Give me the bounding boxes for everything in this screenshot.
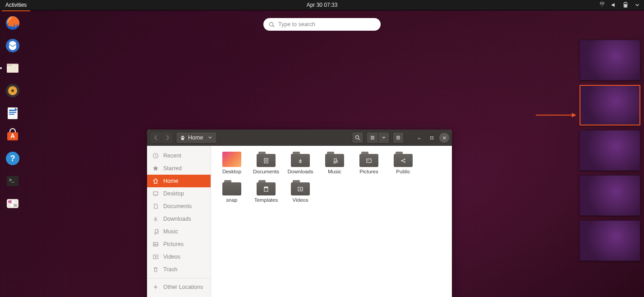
svg-rect-30 (430, 136, 433, 139)
search-button[interactable] (352, 132, 363, 144)
dock-thunderbird[interactable] (5, 37, 21, 54)
nav-forward-button[interactable] (161, 132, 173, 144)
sidebar-trash[interactable]: Trash (147, 263, 211, 276)
workspace-2[interactable] (580, 85, 640, 125)
path-bar[interactable]: Home (176, 132, 217, 144)
folder-icon (359, 152, 378, 167)
folder-label: Downloads (288, 169, 313, 174)
dock-settings[interactable] (5, 195, 21, 212)
search-input[interactable] (278, 21, 375, 28)
svg-point-27 (10, 204, 14, 207)
sidebar-pictures[interactable]: Pictures (147, 238, 211, 251)
volume-icon (611, 2, 617, 8)
dock-files[interactable] (5, 60, 21, 76)
svg-rect-3 (624, 4, 626, 7)
folder-public[interactable]: Public (386, 150, 420, 178)
nav-back-button[interactable] (150, 132, 161, 144)
dock-firefox[interactable] (5, 15, 21, 31)
panel-clock[interactable]: Apr 30 07:33 (307, 2, 338, 8)
sidebar-videos[interactable]: Videos (147, 251, 211, 263)
sidebar-music[interactable]: Music (147, 225, 211, 238)
folder-icon (257, 180, 276, 195)
dock-rhythmbox[interactable] (5, 83, 21, 99)
window-minimize-button[interactable] (414, 133, 424, 143)
svg-point-4 (270, 22, 273, 26)
sidebar-home[interactable]: Home (147, 175, 211, 187)
window-close-button[interactable] (439, 133, 449, 143)
path-label: Home (188, 135, 203, 141)
svg-rect-32 (153, 192, 158, 195)
folder-label: snap (226, 197, 238, 203)
workspace-4[interactable] (580, 175, 640, 216)
folder-label: Templates (254, 197, 278, 203)
folder-icon (222, 180, 241, 195)
dock-terminal[interactable]: >_ (5, 173, 21, 189)
sidebar-recent[interactable]: Recent (147, 149, 211, 162)
view-list-button[interactable] (366, 132, 378, 144)
files-sidebar: Recent Starred Home Desktop Documents Do… (147, 146, 211, 297)
svg-point-25 (11, 200, 14, 204)
battery-icon (622, 2, 629, 8)
folder-label: Public (396, 169, 410, 174)
overview-search[interactable] (263, 18, 381, 31)
chevron-down-icon (634, 2, 640, 8)
folder-icon (222, 152, 241, 167)
dock: A ? >_ (0, 10, 25, 297)
sidebar-other-locations[interactable]: Other Locations (147, 281, 211, 293)
sidebar-downloads[interactable]: Downloads (147, 213, 211, 225)
dock-libreoffice-writer[interactable] (5, 105, 21, 121)
svg-rect-2 (625, 2, 626, 2)
activities-button[interactable]: Activities (4, 1, 28, 9)
svg-text:>_: >_ (9, 177, 14, 182)
top-panel: Activities Apr 30 07:33 (0, 0, 644, 10)
folder-label: Documents (253, 169, 279, 174)
files-window: Home Recent Starred Home Desktop Documen… (147, 130, 452, 297)
folder-label: Music (328, 169, 341, 174)
window-maximize-button[interactable] (427, 133, 437, 143)
dock-help[interactable]: ? (5, 150, 21, 167)
svg-point-12 (11, 89, 14, 92)
svg-text:?: ? (10, 154, 15, 163)
home-icon (180, 135, 185, 140)
sidebar-documents[interactable]: Documents (147, 200, 211, 213)
folder-templates[interactable]: Templates (249, 179, 283, 206)
sidebar-desktop[interactable]: Desktop (147, 187, 211, 200)
folder-snap[interactable]: snap (215, 179, 249, 206)
folder-icon (291, 152, 310, 167)
folder-videos[interactable]: Videos (283, 179, 317, 206)
svg-rect-37 (367, 159, 371, 162)
svg-text:A: A (10, 132, 14, 139)
dock-software[interactable]: A (5, 128, 21, 144)
search-icon (269, 22, 275, 28)
svg-rect-16 (9, 114, 14, 115)
folder-label: Videos (293, 197, 308, 203)
svg-rect-15 (9, 112, 16, 113)
folder-documents[interactable]: Documents (249, 150, 283, 178)
folder-desktop[interactable]: Desktop (215, 150, 249, 178)
svg-rect-9 (7, 64, 12, 66)
folder-icon (291, 180, 310, 195)
folder-label: Pictures (359, 169, 378, 174)
svg-point-0 (602, 5, 603, 6)
hamburger-menu-button[interactable] (392, 132, 404, 144)
files-icon-view[interactable]: DesktopDocumentsDownloadsMusicPicturesPu… (211, 146, 452, 297)
folder-icon (325, 152, 344, 167)
status-tray[interactable] (599, 2, 640, 8)
workspace-5[interactable] (580, 220, 640, 261)
workspace-switcher (580, 40, 640, 261)
view-options-button[interactable] (378, 132, 390, 144)
annotation-arrow (536, 111, 576, 121)
folder-icon (394, 152, 413, 167)
files-headerbar: Home (147, 130, 452, 146)
workspace-1[interactable] (580, 40, 640, 80)
workspace-3[interactable] (580, 130, 640, 171)
svg-point-38 (368, 160, 368, 161)
folder-icon (257, 152, 276, 167)
folder-label: Desktop (222, 169, 241, 174)
chevron-down-icon (207, 135, 213, 140)
sidebar-starred[interactable]: Starred (147, 162, 211, 175)
folder-music[interactable]: Music (317, 150, 352, 178)
folder-pictures[interactable]: Pictures (352, 150, 386, 178)
network-icon (599, 2, 605, 8)
folder-downloads[interactable]: Downloads (283, 150, 317, 178)
